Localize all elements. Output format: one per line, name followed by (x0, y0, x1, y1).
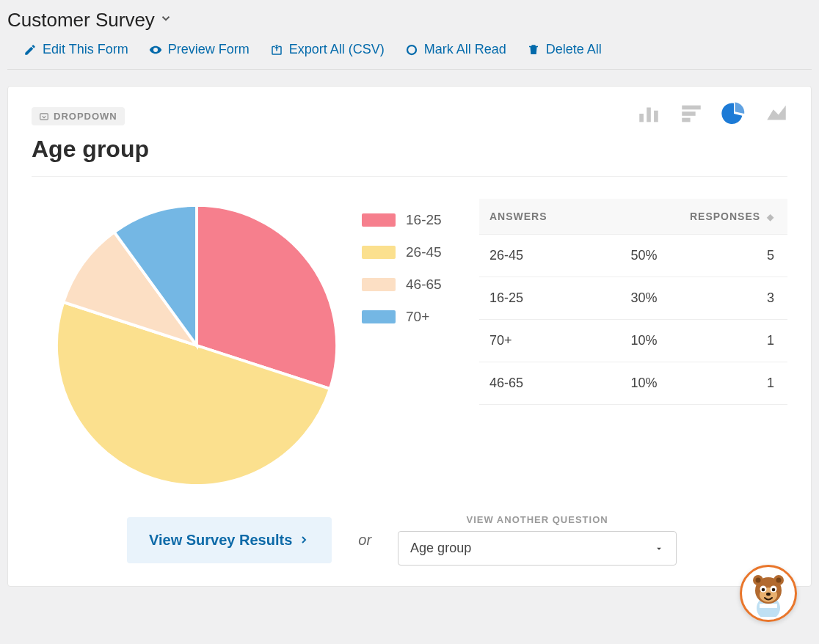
delete-all-link[interactable]: Delete All (527, 42, 602, 57)
sort-icon: ◆ (767, 212, 774, 222)
chart-body-row: 16-2526-4546-6570+ ANSWERS RESPONSES ◆ 2… (32, 199, 787, 492)
survey-result-card: DROPDOWN Age group 16-2526-4546-6570+ AN… (7, 86, 812, 587)
pie-chart (32, 199, 340, 492)
svg-point-14 (776, 578, 782, 583)
help-mascot-button[interactable] (740, 565, 797, 622)
percent-cell: 10% (608, 320, 726, 362)
edit-form-label: Edit This Form (43, 42, 128, 57)
svg-point-18 (762, 588, 765, 592)
dropdown-field-icon (39, 111, 49, 122)
question-select-label: VIEW ANOTHER QUESTION (398, 514, 677, 525)
export-all-link[interactable]: Export All (CSV) (270, 42, 385, 57)
answers-header: ANSWERS (479, 199, 608, 235)
edit-form-link[interactable]: Edit This Form (23, 42, 128, 57)
legend-item[interactable]: 46-65 (362, 277, 457, 293)
svg-rect-4 (654, 111, 658, 122)
svg-point-19 (772, 588, 776, 592)
answer-cell: 26-45 (479, 235, 608, 277)
legend-swatch (362, 310, 396, 323)
legend-swatch (362, 246, 396, 259)
svg-point-13 (756, 578, 761, 583)
legend-label: 70+ (406, 309, 429, 325)
legend-item[interactable]: 16-25 (362, 212, 457, 228)
svg-rect-9 (760, 604, 777, 608)
legend-label: 16-25 (406, 212, 442, 228)
svg-rect-1 (40, 113, 48, 119)
trash-icon (527, 43, 540, 56)
chevron-right-icon (298, 534, 310, 546)
svg-rect-7 (682, 118, 690, 122)
svg-rect-6 (682, 111, 695, 116)
or-text: or (358, 532, 371, 549)
legend-swatch (362, 278, 396, 291)
card-divider (32, 176, 787, 177)
legend-label: 46-65 (406, 277, 442, 293)
card-footer: View Survey Results or VIEW ANOTHER QUES… (32, 514, 787, 566)
svg-rect-5 (682, 106, 701, 110)
chevron-down-icon (159, 12, 172, 29)
svg-point-0 (407, 45, 416, 54)
page-header: Customer Survey Edit This Form Preview F… (0, 0, 819, 70)
count-cell: 5 (726, 235, 787, 277)
bar-chart-icon[interactable] (636, 101, 661, 123)
form-actions-bar: Edit This Form Preview Form Export All (… (7, 32, 812, 70)
eye-icon (149, 43, 162, 56)
svg-point-20 (766, 593, 771, 596)
answers-table: ANSWERS RESPONSES ◆ 26-4550%516-2530%370… (479, 199, 787, 405)
legend-item[interactable]: 70+ (362, 309, 457, 325)
export-icon (270, 43, 283, 56)
svg-rect-2 (639, 114, 644, 122)
field-type-label: DROPDOWN (54, 111, 117, 122)
svg-rect-3 (647, 108, 651, 122)
question-title: Age group (32, 136, 787, 163)
count-cell: 1 (726, 362, 787, 405)
view-survey-results-label: View Survey Results (149, 532, 292, 549)
chart-legend: 16-2526-4546-6570+ (362, 199, 457, 341)
form-title-dropdown[interactable]: Customer Survey (7, 9, 812, 32)
delete-all-label: Delete All (546, 42, 602, 57)
export-all-label: Export All (CSV) (289, 42, 385, 57)
preview-form-label: Preview Form (168, 42, 250, 57)
preview-form-link[interactable]: Preview Form (149, 42, 250, 57)
answer-cell: 70+ (479, 320, 608, 362)
view-survey-results-button[interactable]: View Survey Results (127, 517, 332, 563)
legend-swatch (362, 213, 396, 227)
table-row: 26-4550%5 (479, 235, 787, 277)
count-cell: 3 (726, 277, 787, 320)
mark-all-read-label: Mark All Read (424, 42, 506, 57)
table-row: 70+10%1 (479, 320, 787, 362)
circle-icon (405, 43, 418, 56)
caret-down-icon (654, 544, 664, 554)
pie-chart-icon[interactable] (721, 101, 746, 123)
bear-mascot-icon (745, 570, 792, 617)
answer-cell: 46-65 (479, 362, 608, 405)
legend-label: 26-45 (406, 244, 442, 260)
question-select[interactable]: Age group (398, 531, 677, 566)
answer-cell: 16-25 (479, 277, 608, 320)
chart-type-switcher (636, 101, 789, 123)
percent-cell: 50% (608, 235, 726, 277)
legend-item[interactable]: 26-45 (362, 244, 457, 260)
table-row: 46-6510%1 (479, 362, 787, 405)
percent-cell: 10% (608, 362, 726, 405)
area-chart-icon[interactable] (764, 101, 789, 123)
responses-header[interactable]: RESPONSES ◆ (608, 199, 787, 235)
field-type-badge: DROPDOWN (32, 107, 125, 125)
mark-all-read-link[interactable]: Mark All Read (405, 42, 506, 57)
form-title-text: Customer Survey (7, 9, 155, 32)
question-select-value: Age group (410, 541, 471, 556)
responses-header-label: RESPONSES (690, 211, 760, 222)
horizontal-bar-icon[interactable] (679, 101, 704, 123)
question-select-wrap: VIEW ANOTHER QUESTION Age group (398, 514, 677, 566)
count-cell: 1 (726, 320, 787, 362)
percent-cell: 30% (608, 277, 726, 320)
pencil-icon (23, 43, 37, 56)
table-row: 16-2530%3 (479, 277, 787, 320)
